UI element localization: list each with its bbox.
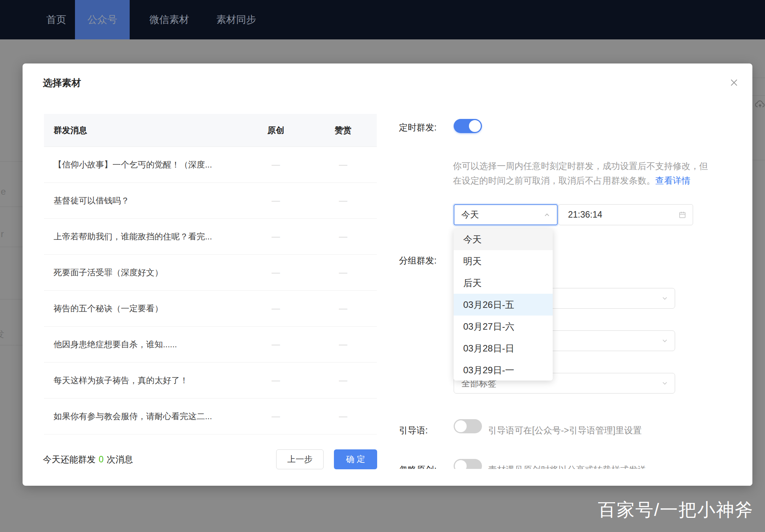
row-original: — bbox=[242, 340, 309, 350]
dropdown-option-0329[interactable]: 03月29日-一 bbox=[454, 359, 553, 381]
toggle-knob bbox=[469, 120, 481, 132]
confirm-button[interactable]: 确 定 bbox=[334, 449, 377, 469]
chevron-up-icon bbox=[543, 211, 551, 219]
dropdown-option-0326[interactable]: 03月26日-五 bbox=[454, 294, 553, 316]
row-original: — bbox=[242, 268, 309, 278]
bg-text-fragment: 发 bbox=[0, 328, 4, 340]
scroll-clip-edge bbox=[378, 469, 752, 486]
time-input[interactable]: 21:36:14 bbox=[558, 204, 693, 225]
table-row[interactable]: 上帝若帮助我们，谁能敌挡的住呢？看完... — — bbox=[44, 219, 377, 255]
table-row[interactable]: 祷告的五个秘诀（一定要看） — — bbox=[44, 291, 377, 327]
dropdown-option-0327[interactable]: 03月27日-六 bbox=[454, 316, 553, 337]
row-original: — bbox=[242, 412, 309, 421]
nav-tab-material-sync[interactable]: 素材同步 bbox=[203, 0, 270, 39]
row-reward: — bbox=[309, 340, 377, 350]
row-title: 他因身患绝症想要自杀，谁知...... bbox=[44, 339, 242, 350]
table-row[interactable]: 【信仰小故事】一个乞丐的觉醒！（深度... — — bbox=[44, 147, 377, 183]
quota-prefix: 今天还能群发 bbox=[43, 454, 96, 464]
close-icon[interactable] bbox=[726, 75, 742, 90]
table-header: 群发消息 原创 赞赏 bbox=[44, 114, 377, 147]
chevron-down-icon bbox=[661, 337, 669, 345]
upload-cloud-icon bbox=[754, 99, 765, 112]
screen: 首页 公众号 微信素材 素材同步 e r 发 选择素材 群发消息 原创 bbox=[0, 0, 765, 532]
previous-step-button[interactable]: 上一步 bbox=[276, 449, 324, 469]
row-reward: — bbox=[309, 304, 377, 314]
bg-text-fragment: e bbox=[1, 186, 6, 197]
quota-count: 0 bbox=[99, 454, 104, 464]
calendar-icon bbox=[678, 211, 687, 219]
dropdown-option-0328[interactable]: 03月28日-日 bbox=[454, 337, 553, 359]
dropdown-option-day-after[interactable]: 后天 bbox=[454, 272, 553, 294]
select-material-dialog: 选择素材 群发消息 原创 赞赏 【信仰小故事】一个乞丐的觉醒！（深度... — … bbox=[23, 63, 752, 486]
row-reward: — bbox=[309, 160, 377, 170]
group-send-label: 分组群发: bbox=[399, 255, 436, 267]
chevron-down-icon bbox=[661, 294, 669, 302]
scheduled-send-notice: 你可以选择一周内任意时刻定时群发，成功设置后不支持修改，但 在设定的时间之前可取… bbox=[453, 159, 727, 188]
row-reward: — bbox=[309, 412, 377, 421]
view-details-link[interactable]: 查看详情 bbox=[655, 176, 690, 185]
row-reward: — bbox=[309, 268, 377, 278]
date-dropdown-menu: 今天 明天 后天 03月26日-五 03月27日-六 03月28日-日 03月2… bbox=[454, 228, 553, 381]
row-title: 死要面子活受罪（深度好文） bbox=[44, 267, 242, 278]
chevron-down-icon bbox=[661, 379, 669, 387]
row-original: — bbox=[242, 232, 309, 242]
quota-suffix: 次消息 bbox=[107, 454, 133, 464]
row-title: 每天这样为孩子祷告，真的太好了！ bbox=[44, 375, 242, 386]
bg-row-divider bbox=[0, 345, 23, 345]
dialog-footer: 今天还能群发0次消息 上一步 确 定 bbox=[43, 449, 377, 469]
bg-row-divider bbox=[0, 247, 23, 247]
scheduled-send-label: 定时群发: bbox=[399, 122, 436, 133]
guide-text-hint: 引导语可在[公众号->引导语管理]里设置 bbox=[488, 425, 642, 436]
toggle-knob bbox=[455, 420, 467, 432]
bg-row-divider bbox=[752, 95, 765, 96]
header-message: 群发消息 bbox=[44, 125, 242, 136]
bg-text-fragment: r bbox=[1, 229, 4, 239]
table-row[interactable]: 他因身患绝症想要自杀，谁知...... — — bbox=[44, 327, 377, 363]
row-title: 上帝若帮助我们，谁能敌挡的住呢？看完... bbox=[44, 231, 242, 242]
guide-text-toggle[interactable] bbox=[454, 419, 482, 433]
header-original: 原创 bbox=[242, 125, 309, 136]
row-reward: — bbox=[309, 196, 377, 206]
table-row[interactable]: 死要面子活受罪（深度好文） — — bbox=[44, 255, 377, 291]
dropdown-option-today[interactable]: 今天 bbox=[454, 228, 553, 250]
bg-row-divider bbox=[0, 161, 23, 162]
row-original: — bbox=[242, 376, 309, 386]
table-row[interactable]: 每天这样为孩子祷告，真的太好了！ — — bbox=[44, 363, 377, 399]
table-row[interactable]: 如果你有参与教会服侍，请耐心看完这二... — — bbox=[44, 399, 377, 434]
bg-row-divider bbox=[752, 78, 765, 78]
row-original: — bbox=[242, 196, 309, 206]
nav-tab-official-account[interactable]: 公众号 bbox=[75, 0, 130, 39]
row-title: 祷告的五个秘诀（一定要看） bbox=[44, 303, 242, 314]
top-nav: 首页 公众号 微信素材 素材同步 bbox=[0, 0, 765, 39]
row-reward: — bbox=[309, 232, 377, 242]
quota-text: 今天还能群发0次消息 bbox=[43, 454, 133, 465]
bg-row-divider bbox=[0, 207, 23, 207]
time-input-value: 21:36:14 bbox=[568, 210, 678, 220]
dialog-title: 选择素材 bbox=[43, 76, 81, 89]
table-row[interactable]: 基督徒可以借钱吗？ — — bbox=[44, 183, 377, 219]
row-title: 【信仰小故事】一个乞丐的觉醒！（深度... bbox=[44, 159, 242, 171]
row-original: — bbox=[242, 304, 309, 314]
bg-row-divider bbox=[0, 299, 23, 299]
notice-line-2: 在设定的时间之前可取消，取消后不占用群发条数。 bbox=[453, 176, 655, 185]
header-reward: 赞赏 bbox=[309, 125, 377, 136]
date-select[interactable]: 今天 bbox=[454, 204, 558, 225]
guide-text-label: 引导语: bbox=[399, 425, 428, 436]
row-reward: — bbox=[309, 376, 377, 386]
notice-line-1: 你可以选择一周内任意时刻定时群发，成功设置后不支持修改，但 bbox=[453, 159, 727, 173]
row-title: 如果你有参与教会服侍，请耐心看完这二... bbox=[44, 411, 242, 422]
nav-tab-home[interactable]: 首页 bbox=[37, 0, 75, 39]
watermark-text: 百家号/一把小神斧 bbox=[598, 498, 754, 522]
row-original: — bbox=[242, 160, 309, 170]
dropdown-option-tomorrow[interactable]: 明天 bbox=[454, 250, 553, 272]
row-title: 基督徒可以借钱吗？ bbox=[44, 195, 242, 207]
bg-row-divider bbox=[752, 160, 765, 160]
date-select-value: 今天 bbox=[461, 209, 543, 221]
scheduled-send-toggle[interactable] bbox=[454, 119, 482, 133]
nav-tab-wechat-material[interactable]: 微信素材 bbox=[136, 0, 203, 39]
mass-message-table: 群发消息 原创 赞赏 【信仰小故事】一个乞丐的觉醒！（深度... — — 基督徒… bbox=[44, 114, 377, 434]
